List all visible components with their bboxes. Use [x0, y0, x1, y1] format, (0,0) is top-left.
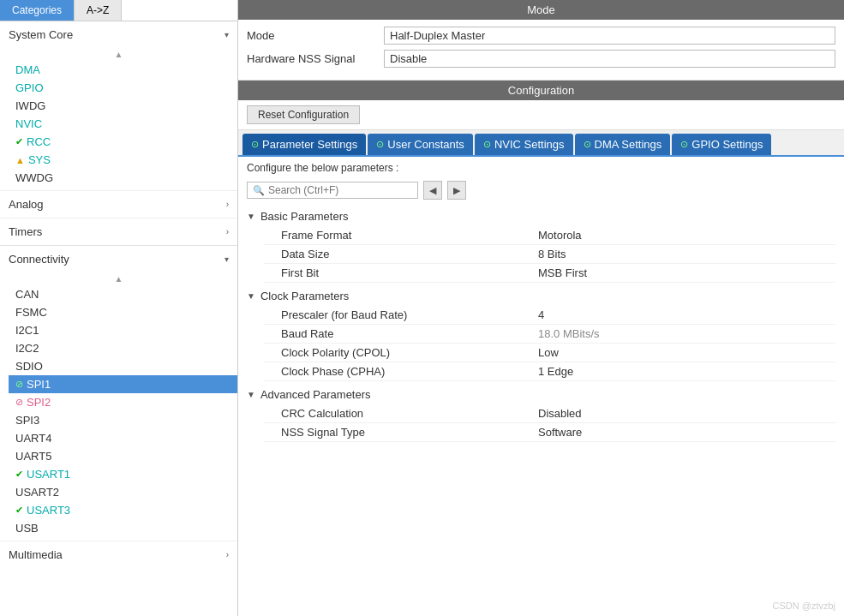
sidebar-item-sdio[interactable]: SDIO — [9, 357, 237, 375]
prescaler-name: Prescaler (for Baud Rate) — [264, 308, 538, 321]
search-icon: 🔍 — [253, 185, 265, 196]
watermark: CSDN @ztvzbj — [772, 601, 835, 611]
tab-atoz[interactable]: A->Z — [75, 0, 122, 21]
nss-field-label: Hardware NSS Signal — [247, 52, 384, 65]
clock-params-rows: Prescaler (for Baud Rate) 4 Baud Rate 18… — [247, 306, 835, 381]
tab-categories[interactable]: Categories — [0, 0, 75, 21]
data-size-name: Data Size — [264, 248, 538, 260]
sidebar-section-connectivity[interactable]: Connectivity ▾ — [0, 246, 237, 272]
iwdg-label: IWDG — [15, 99, 45, 112]
sidebar-item-gpio[interactable]: GPIO — [9, 79, 237, 97]
spi2-error-icon: ⊘ — [15, 397, 23, 408]
sidebar-item-dma[interactable]: DMA — [9, 61, 237, 79]
sidebar-item-usb[interactable]: USB — [9, 519, 237, 537]
mode-field-label: Mode — [247, 29, 384, 42]
fsmc-label: FSMC — [15, 306, 47, 319]
first-bit-name: First Bit — [264, 266, 538, 279]
sidebar-item-rcc[interactable]: ✔ RCC — [9, 133, 237, 151]
mode-field-value[interactable]: Half-Duplex Master — [384, 27, 835, 45]
sys-label: SYS — [28, 153, 51, 166]
sdio-label: SDIO — [15, 360, 43, 373]
system-core-chevron: ▾ — [224, 30, 229, 39]
sidebar-section-timers[interactable]: Timers › — [0, 218, 237, 245]
uart4-label: UART4 — [15, 432, 51, 445]
search-bar: 🔍 ◀ ▶ — [247, 181, 835, 200]
analog-label: Analog — [9, 198, 43, 211]
connectivity-label: Connectivity — [9, 253, 69, 266]
main-content: Mode Mode Half-Duplex Master Hardware NS… — [238, 0, 844, 616]
sidebar: Categories A->Z System Core ▾ ▲ DMA GPIO… — [0, 0, 238, 616]
sys-warn-icon: ▲ — [15, 155, 25, 165]
usart3-check-icon: ✔ — [15, 505, 23, 516]
next-nav-button[interactable]: ▶ — [447, 181, 466, 200]
configure-hint: Configure the below parameters : — [247, 162, 835, 174]
param-row-cpol: Clock Polarity (CPOL) Low — [264, 344, 835, 362]
param-row-frame-format: Frame Format Motorola — [264, 226, 835, 245]
rcc-check-icon: ✔ — [15, 136, 23, 147]
basic-params-header[interactable]: ▼ Basic Parameters — [247, 206, 835, 226]
gpio-tab-label: GPIO Settings — [691, 138, 763, 151]
sidebar-item-i2c1[interactable]: I2C1 — [9, 321, 237, 339]
basic-params-toggle-icon: ▼ — [247, 212, 255, 221]
config-title-bar: Configuration — [238, 81, 844, 100]
basic-params-label: Basic Parameters — [260, 210, 349, 223]
param-group-clock: ▼ Clock Parameters Prescaler (for Baud R… — [247, 286, 835, 381]
connectivity-items: CAN FSMC I2C1 I2C2 SDIO ⊘ SPI1 ⊘ SPI2 SP… — [0, 285, 237, 537]
tab-dma-settings[interactable]: ⊙ DMA Settings — [575, 134, 671, 155]
param-row-prescaler: Prescaler (for Baud Rate) 4 — [264, 306, 835, 325]
sidebar-item-fsmc[interactable]: FSMC — [9, 303, 237, 321]
sidebar-section-analog[interactable]: Analog › — [0, 190, 237, 218]
mode-title-bar: Mode — [238, 0, 844, 20]
multimedia-label: Multimedia — [9, 548, 63, 561]
sidebar-item-spi2[interactable]: ⊘ SPI2 — [9, 393, 237, 411]
advanced-params-toggle-icon: ▼ — [247, 390, 255, 399]
nvic-tab-check-icon: ⊙ — [483, 139, 491, 150]
clock-params-header[interactable]: ▼ Clock Parameters — [247, 286, 835, 306]
frame-format-value: Motorola — [538, 229, 835, 242]
reset-config-button[interactable]: Reset Configuration — [247, 105, 360, 124]
timers-label: Timers — [9, 225, 42, 238]
gpio-tab-check-icon: ⊙ — [680, 139, 688, 150]
nss-type-name: NSS Signal Type — [264, 426, 538, 439]
spi1-label: SPI1 — [27, 378, 51, 391]
uart5-label: UART5 — [15, 450, 51, 463]
crc-name: CRC Calculation — [264, 407, 538, 420]
sidebar-item-usart2[interactable]: USART2 — [9, 483, 237, 501]
spi1-active-icon: ⊘ — [15, 379, 23, 390]
param-row-first-bit: First Bit MSB First — [264, 264, 835, 283]
wwdg-label: WWDG — [15, 171, 53, 184]
tab-user-constants[interactable]: ⊙ User Constants — [368, 134, 473, 155]
prev-nav-button[interactable]: ◀ — [423, 181, 442, 200]
tab-gpio-settings[interactable]: ⊙ GPIO Settings — [672, 134, 771, 155]
param-group-basic: ▼ Basic Parameters Frame Format Motorola… — [247, 206, 835, 283]
sidebar-item-wwdg[interactable]: WWDG — [9, 169, 237, 187]
sidebar-item-nvic[interactable]: NVIC — [9, 115, 237, 133]
sidebar-item-uart5[interactable]: UART5 — [9, 447, 237, 465]
scroll-up-indicator: ▲ — [0, 48, 237, 61]
sidebar-item-uart4[interactable]: UART4 — [9, 429, 237, 447]
sidebar-item-iwdg[interactable]: IWDG — [9, 97, 237, 115]
sidebar-item-spi1[interactable]: ⊘ SPI1 — [9, 375, 237, 393]
param-group-advanced: ▼ Advanced Parameters CRC Calculation Di… — [247, 385, 835, 442]
sidebar-section-multimedia[interactable]: Multimedia › — [0, 541, 237, 568]
tab-parameter-settings[interactable]: ⊙ Parameter Settings — [242, 134, 366, 155]
param-row-baud-rate: Baud Rate 18.0 MBits/s — [264, 325, 835, 344]
mode-row-mode: Mode Half-Duplex Master — [247, 27, 835, 45]
spi3-label: SPI3 — [15, 414, 39, 427]
advanced-params-header[interactable]: ▼ Advanced Parameters — [247, 385, 835, 404]
sidebar-item-usart1[interactable]: ✔ USART1 — [9, 465, 237, 483]
sidebar-item-spi3[interactable]: SPI3 — [9, 411, 237, 429]
sidebar-item-i2c2[interactable]: I2C2 — [9, 339, 237, 357]
nss-field-value[interactable]: Disable — [384, 50, 835, 68]
cpol-value: Low — [538, 346, 835, 359]
system-core-items: DMA GPIO IWDG NVIC ✔ RCC ▲ SYS WWDG — [0, 61, 237, 187]
first-bit-value: MSB First — [538, 266, 835, 279]
search-input[interactable] — [268, 184, 412, 196]
sidebar-section-system-core[interactable]: System Core ▾ — [0, 21, 237, 48]
sidebar-item-sys[interactable]: ▲ SYS — [9, 151, 237, 169]
basic-params-rows: Frame Format Motorola Data Size 8 Bits F… — [247, 226, 835, 283]
sidebar-item-usart3[interactable]: ✔ USART3 — [9, 501, 237, 519]
tab-nvic-settings[interactable]: ⊙ NVIC Settings — [475, 134, 573, 155]
sidebar-item-can[interactable]: CAN — [9, 285, 237, 303]
nvic-tab-label: NVIC Settings — [494, 138, 565, 151]
